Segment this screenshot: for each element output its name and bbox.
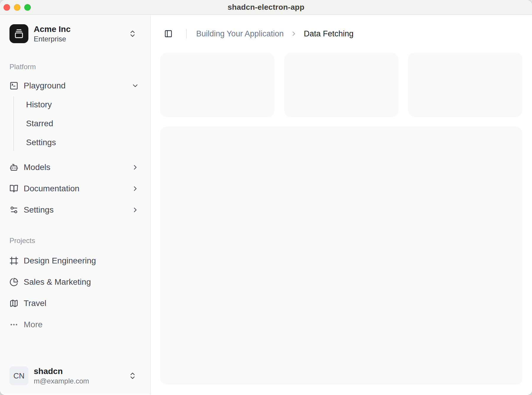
placeholder-cards-row — [160, 53, 523, 117]
group-label-projects: Projects — [5, 236, 146, 245]
sidebar-toggle-button[interactable] — [160, 25, 177, 42]
sidebar-item-sales-marketing[interactable]: Sales & Marketing — [5, 273, 146, 292]
sidebar-item-label: Models — [24, 163, 50, 172]
team-name: Acme Inc — [34, 24, 71, 35]
content-area — [151, 53, 532, 395]
projects-menu: Design Engineering Sales & Marketing Tra… — [5, 251, 146, 334]
book-open-icon — [9, 184, 18, 193]
chevrons-up-down-icon — [128, 372, 137, 380]
sidebar-subitem-starred[interactable]: Starred — [24, 115, 146, 132]
traffic-lights — [4, 4, 31, 11]
platform-menu: Playground History Starred Settings — [5, 76, 146, 219]
main-header: Building Your Application Data Fetching — [151, 15, 532, 53]
sidebar-item-documentation[interactable]: Documentation — [5, 179, 146, 198]
avatar: CN — [9, 366, 28, 385]
user-email: m@example.com — [34, 377, 89, 386]
minimize-button[interactable] — [14, 4, 20, 11]
sidebar-item-design-engineering[interactable]: Design Engineering — [5, 251, 146, 270]
placeholder-card — [408, 53, 523, 117]
breadcrumb: Building Your Application Data Fetching — [196, 29, 354, 38]
breadcrumb-link-parent[interactable]: Building Your Application — [196, 29, 284, 38]
user-menu-button[interactable]: CN shadcn m@example.com — [5, 362, 146, 390]
sidebar: Acme Inc Enterprise Platform Playground — [0, 15, 151, 395]
sidebar-item-more[interactable]: More — [5, 315, 146, 334]
header-divider — [186, 29, 187, 38]
team-switcher-button[interactable]: Acme Inc Enterprise — [5, 20, 146, 48]
square-terminal-icon — [9, 81, 18, 90]
chevrons-up-down-icon — [128, 30, 137, 38]
app-window: shadcn-electron-app Acme Inc Enterprise … — [0, 0, 532, 395]
frame-icon — [9, 256, 18, 265]
breadcrumb-current-page: Data Fetching — [304, 29, 354, 38]
titlebar[interactable]: shadcn-electron-app — [0, 0, 532, 15]
chevron-right-icon — [131, 185, 139, 192]
sidebar-item-settings[interactable]: Settings — [5, 200, 146, 219]
main-content: Building Your Application Data Fetching — [151, 15, 532, 395]
map-icon — [9, 299, 18, 308]
placeholder-card — [284, 53, 399, 117]
ellipsis-icon — [9, 320, 18, 329]
sidebar-subitem-history[interactable]: History — [24, 96, 146, 113]
sidebar-item-models[interactable]: Models — [5, 158, 146, 177]
sidebar-item-playground[interactable]: Playground — [5, 76, 146, 95]
gallery-vertical-end-icon — [9, 24, 28, 43]
bot-icon — [9, 163, 18, 172]
placeholder-panel — [160, 127, 523, 385]
sidebar-item-label: Sales & Marketing — [24, 277, 91, 287]
sidebar-item-label: Documentation — [24, 184, 79, 193]
panel-left-icon — [164, 30, 173, 38]
sidebar-item-label: Settings — [24, 205, 54, 215]
user-name: shadcn — [34, 366, 89, 377]
group-label-platform: Platform — [5, 62, 146, 72]
chevron-right-icon — [290, 30, 297, 37]
chevron-right-icon — [131, 163, 139, 171]
sidebar-item-label: Travel — [24, 299, 46, 308]
chevron-right-icon — [131, 206, 139, 214]
settings-sliders-icon — [9, 205, 18, 214]
close-button[interactable] — [4, 4, 10, 11]
sidebar-item-label: Design Engineering — [24, 256, 96, 266]
sidebar-subitem-settings[interactable]: Settings — [24, 134, 146, 151]
placeholder-card — [160, 53, 275, 117]
playground-submenu: History Starred Settings — [13, 96, 146, 151]
zoom-button[interactable] — [24, 4, 31, 11]
sidebar-item-label: More — [24, 320, 43, 329]
chevron-down-icon — [131, 82, 139, 90]
sidebar-item-label: Playground — [24, 81, 66, 90]
team-plan: Enterprise — [34, 35, 71, 43]
pie-chart-icon — [9, 278, 18, 286]
window-title: shadcn-electron-app — [228, 3, 304, 12]
sidebar-item-travel[interactable]: Travel — [5, 294, 146, 313]
